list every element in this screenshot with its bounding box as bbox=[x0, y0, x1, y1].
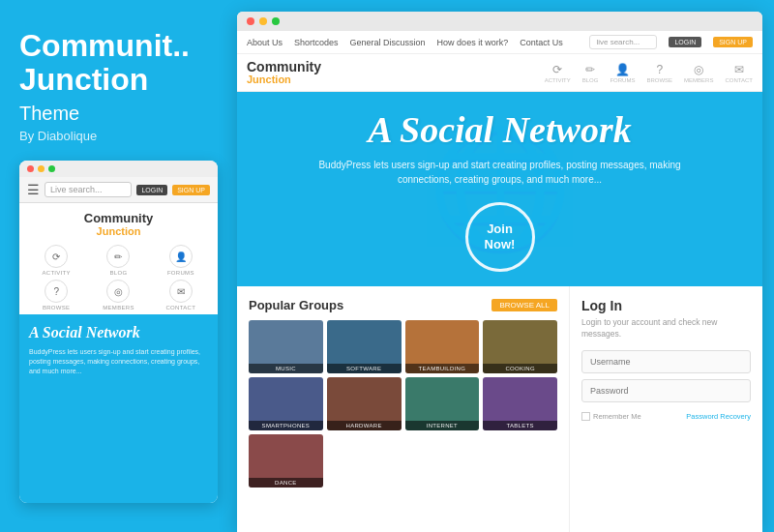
mobile-hero-text: BuddyPress lets users sign-up and start … bbox=[29, 347, 208, 375]
group-thumb-label: DANCE bbox=[249, 478, 323, 488]
mobile-icon-blog[interactable]: ✏ BLOG bbox=[89, 245, 147, 276]
mobile-icon-members-label: MEMBERS bbox=[103, 305, 134, 310]
topnav-shortcodes[interactable]: Shortcodes bbox=[294, 38, 339, 47]
topnav-signup-button[interactable]: SIGN UP bbox=[713, 37, 753, 47]
icon-strip: ⟳ ACTIVITY ✏ BLOG 👤 FORUMS ? BROWSE ◎ ME… bbox=[545, 63, 753, 83]
icon-strip-activity[interactable]: ⟳ ACTIVITY bbox=[545, 63, 571, 83]
hero-subtitle: BuddyPress lets users sign-up and start … bbox=[316, 158, 684, 187]
mobile-dots-bar bbox=[19, 161, 218, 177]
mobile-dot-yellow bbox=[38, 165, 45, 172]
browser-logobar: Community Junction ⟳ ACTIVITY ✏ BLOG 👤 F… bbox=[237, 54, 762, 92]
mobile-icon-forums-label: FORUMS bbox=[167, 270, 194, 276]
members-icon: ◎ bbox=[106, 280, 130, 303]
icon-strip-contact[interactable]: ✉ CONTACT bbox=[725, 63, 753, 83]
remember-me-checkbox-row[interactable]: Remember Me bbox=[581, 412, 641, 421]
activity-desktop-label: ACTIVITY bbox=[545, 77, 571, 83]
login-panel: Log In Login to your account and check n… bbox=[569, 286, 762, 532]
hamburger-icon: ☰ bbox=[27, 182, 40, 197]
browse-all-button[interactable]: BROWSE ALL bbox=[491, 299, 557, 311]
mobile-mockup: ☰ Live search... LOGIN SIGN UP Community… bbox=[19, 161, 218, 503]
topnav-general-discussion[interactable]: General Discussion bbox=[350, 38, 426, 47]
forums-desktop-label: FORUMS bbox=[610, 77, 635, 83]
mobile-login-button[interactable]: LOGIN bbox=[136, 185, 167, 195]
browse-desktop-icon: ? bbox=[656, 63, 663, 76]
icon-strip-forums[interactable]: 👤 FORUMS bbox=[610, 63, 635, 83]
icon-strip-browse[interactable]: ? BROWSE bbox=[646, 63, 672, 83]
mobile-hero: A Social Network BuddyPress lets users s… bbox=[19, 314, 218, 503]
logo-junction: Junction bbox=[247, 74, 321, 85]
groups-grid: MUSIC SOFTWARE TEAMBUILDING COOKING SMAR… bbox=[249, 320, 557, 488]
group-thumb-label: HARDWARE bbox=[327, 421, 402, 430]
browser-dot-red bbox=[247, 17, 254, 25]
icon-strip-blog[interactable]: ✏ BLOG bbox=[582, 63, 599, 83]
mobile-icons-grid: ⟳ ACTIVITY ✏ BLOG 👤 FORUMS ? BROWSE ◎ ME… bbox=[19, 241, 218, 314]
mobile-icon-activity[interactable]: ⟳ ACTIVITY bbox=[27, 245, 85, 276]
group-thumb[interactable]: TABLETS bbox=[483, 377, 557, 430]
join-now-button[interactable]: Join Now! bbox=[465, 202, 535, 272]
browser-topnav: About Us Shortcodes General Discussion H… bbox=[237, 31, 762, 54]
browser-dot-yellow bbox=[259, 17, 267, 25]
group-thumb[interactable]: COOKING bbox=[483, 320, 557, 373]
group-thumb-label: INTERNET bbox=[405, 421, 480, 430]
icon-strip-members[interactable]: ◎ MEMBERS bbox=[684, 63, 713, 83]
group-thumb[interactable]: MUSIC bbox=[249, 320, 323, 373]
remember-me-label: Remember Me bbox=[593, 412, 641, 421]
browser-dot-green bbox=[272, 17, 280, 25]
mobile-dot-red bbox=[27, 165, 34, 172]
group-thumb-label: SOFTWARE bbox=[327, 364, 402, 373]
group-thumb-label: TABLETS bbox=[483, 421, 557, 430]
hero-title: A Social Network bbox=[266, 111, 733, 148]
mobile-search-input[interactable]: Live search... bbox=[45, 182, 132, 197]
group-thumb[interactable]: DANCE bbox=[249, 434, 323, 488]
mobile-icon-browse[interactable]: ? BROWSE bbox=[27, 280, 85, 310]
mobile-logo-junction: Junction bbox=[19, 225, 218, 237]
group-thumb-label: TEAMBUILDING bbox=[405, 364, 480, 373]
group-thumb[interactable]: SMARTPHONES bbox=[249, 377, 323, 430]
group-thumb[interactable]: SOFTWARE bbox=[327, 320, 402, 373]
popular-groups-header: Popular Groups BROWSE ALL bbox=[249, 298, 557, 312]
contact-desktop-icon: ✉ bbox=[734, 63, 744, 76]
popular-groups-title: Popular Groups bbox=[249, 298, 343, 312]
username-input[interactable] bbox=[581, 350, 751, 373]
blog-desktop-icon: ✏ bbox=[585, 63, 595, 76]
login-bottom-row: Remember Me Password Recovery bbox=[581, 412, 751, 421]
mobile-icon-contact-label: CONTACT bbox=[165, 305, 195, 310]
topnav-search-input[interactable]: live search... bbox=[589, 35, 657, 49]
mobile-icon-forums[interactable]: 👤 FORUMS bbox=[152, 245, 210, 276]
logo-community: Community bbox=[247, 60, 321, 74]
password-recovery-link[interactable]: Password Recovery bbox=[686, 412, 751, 421]
group-thumb[interactable]: TEAMBUILDING bbox=[405, 320, 480, 373]
topnav-contact-us[interactable]: Contact Us bbox=[520, 38, 563, 47]
browser-dots-bar bbox=[237, 12, 762, 31]
mobile-icon-contact[interactable]: ✉ CONTACT bbox=[152, 280, 210, 310]
login-title: Log In bbox=[581, 298, 751, 313]
mobile-signup-button[interactable]: SIGN UP bbox=[172, 185, 210, 195]
mobile-dot-green bbox=[48, 165, 55, 172]
left-panel: Communit.. Junction Theme By Diabolique … bbox=[0, 0, 237, 532]
activity-desktop-icon: ⟳ bbox=[552, 63, 562, 76]
mobile-icon-members[interactable]: ◎ MEMBERS bbox=[89, 280, 147, 310]
popular-groups-section: Popular Groups BROWSE ALL MUSIC SOFTWARE… bbox=[237, 286, 569, 532]
browse-icon: ? bbox=[45, 280, 68, 303]
right-panel: About Us Shortcodes General Discussion H… bbox=[237, 12, 762, 532]
group-thumb[interactable]: HARDWARE bbox=[327, 377, 402, 430]
mobile-hero-title: A Social Network bbox=[29, 324, 208, 341]
topnav-login-button[interactable]: LOGIN bbox=[669, 37, 701, 47]
left-title: Communit.. Junction bbox=[19, 29, 218, 97]
blog-desktop-label: BLOG bbox=[582, 77, 599, 83]
topnav-about-us[interactable]: About Us bbox=[247, 38, 283, 47]
topnav-how-it-works[interactable]: How does it work? bbox=[437, 38, 509, 47]
group-thumb[interactable]: INTERNET bbox=[405, 377, 480, 430]
group-thumb-label: COOKING bbox=[483, 364, 557, 373]
mobile-logo-area: Community Junction bbox=[19, 203, 218, 241]
logo-area: Community Junction bbox=[247, 60, 321, 85]
mobile-icon-blog-label: BLOG bbox=[110, 270, 128, 276]
login-description: Login to your account and check new mess… bbox=[581, 317, 751, 340]
password-input[interactable] bbox=[581, 379, 751, 402]
left-subtitle: Theme bbox=[19, 103, 218, 125]
browser-hero: 🌐 A Social Network BuddyPress lets users… bbox=[237, 92, 762, 286]
activity-icon: ⟳ bbox=[45, 245, 68, 268]
remember-me-checkbox[interactable] bbox=[581, 412, 590, 421]
mobile-logo-community: Community bbox=[19, 211, 218, 225]
mobile-nav-bar: ☰ Live search... LOGIN SIGN UP bbox=[19, 177, 218, 203]
